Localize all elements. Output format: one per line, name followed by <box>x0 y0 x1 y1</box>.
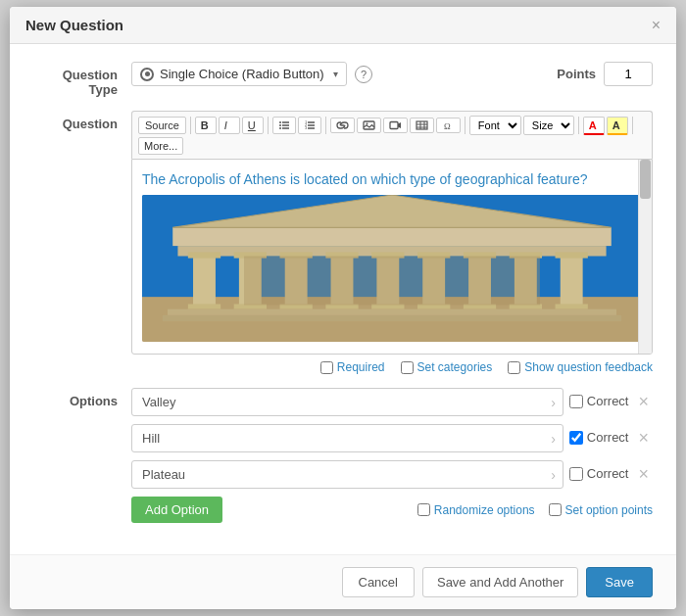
set-categories-checkbox-label[interactable]: Set categories <box>401 360 493 374</box>
toolbar-separator-4 <box>465 117 466 134</box>
toolbar-separator-1 <box>190 117 191 134</box>
link-button[interactable] <box>330 118 355 133</box>
source-button[interactable]: Source <box>138 117 186 134</box>
show-feedback-checkbox-label[interactable]: Show question feedback <box>508 360 653 374</box>
editor-toolbar: Source B I U 123 <box>131 111 653 159</box>
svg-rect-43 <box>556 304 588 308</box>
image-button[interactable] <box>357 118 381 133</box>
omega-icon: Ω <box>442 120 455 130</box>
editor-inner: The Acropolis of Athens is located on wh… <box>132 160 652 354</box>
correct-text-1: Correct <box>587 394 629 408</box>
correct-checkbox-1[interactable] <box>569 395 583 408</box>
required-checkbox-label[interactable]: Required <box>320 360 385 374</box>
options-content: › Correct × › Correct <box>131 388 653 523</box>
acropolis-svg <box>142 195 642 342</box>
cancel-button[interactable]: Cancel <box>342 567 415 597</box>
svg-rect-16 <box>416 121 427 129</box>
acropolis-image <box>142 195 642 342</box>
set-categories-checkbox[interactable] <box>401 361 414 374</box>
new-question-modal: New Question × Question Type Single Choi… <box>10 7 676 609</box>
svg-rect-53 <box>168 309 616 315</box>
question-row: Question Source B I U 123 <box>33 111 653 374</box>
toolbar-separator-6 <box>632 117 633 134</box>
options-bottom-right: Randomize options Set option points <box>417 503 653 517</box>
modal-body: Question Type Single Choice (Radio Butto… <box>10 44 676 554</box>
correct-checkbox-3[interactable] <box>569 467 583 481</box>
svg-rect-26 <box>193 257 216 308</box>
svg-point-5 <box>279 127 281 129</box>
correct-text-2: Correct <box>587 430 629 445</box>
option-arrow-icon-1: › <box>551 395 556 410</box>
font-color-button[interactable]: A <box>583 117 605 135</box>
info-icon[interactable]: ? <box>355 66 372 83</box>
show-feedback-checkbox[interactable] <box>508 361 520 374</box>
option-input-wrapper-1: › <box>131 388 564 416</box>
points-label: Points <box>557 67 596 81</box>
delete-option-1-button[interactable]: × <box>634 388 653 415</box>
option-row-2: › Correct × <box>131 424 653 452</box>
svg-rect-44 <box>188 252 220 258</box>
option-row-1: › Correct × <box>131 388 653 416</box>
set-option-points-text: Set option points <box>565 503 653 517</box>
more-button[interactable]: More... <box>138 137 183 155</box>
toolbar-separator-3 <box>325 117 326 134</box>
modal-title: New Question <box>25 17 123 33</box>
options-row: Options › Correct × <box>33 388 653 523</box>
randomize-checkbox-label[interactable]: Randomize options <box>417 503 535 517</box>
table-button[interactable] <box>410 118 434 133</box>
radio-button-icon <box>140 68 154 81</box>
option-input-wrapper-2: › <box>131 424 564 452</box>
question-type-select[interactable]: Single Choice (Radio Button) ▾ <box>131 62 347 86</box>
size-select[interactable]: Size <box>523 116 574 135</box>
add-option-button[interactable]: Add Option <box>131 497 222 523</box>
unordered-list-button[interactable] <box>272 117 296 134</box>
points-input[interactable] <box>604 62 653 86</box>
question-label: Question <box>33 111 131 131</box>
svg-rect-35 <box>188 304 220 308</box>
required-checkbox[interactable] <box>320 361 333 374</box>
svg-rect-52 <box>556 252 588 258</box>
option-arrow-icon-3: › <box>551 467 556 483</box>
set-option-points-checkbox-label[interactable]: Set option points <box>549 503 653 517</box>
svg-text:3: 3 <box>305 125 308 130</box>
bold-button[interactable]: B <box>195 117 217 134</box>
svg-rect-34 <box>561 257 583 308</box>
options-label: Options <box>33 388 131 408</box>
option-arrow-icon-2: › <box>551 431 556 447</box>
close-button[interactable]: × <box>652 18 661 33</box>
correct-label-1[interactable]: Correct <box>569 388 629 408</box>
editor-content-area[interactable]: The Acropolis of Athens is located on wh… <box>131 159 653 355</box>
save-and-add-button[interactable]: Save and Add Another <box>422 567 578 597</box>
svg-rect-24 <box>172 227 612 246</box>
question-type-row: Question Type Single Choice (Radio Butto… <box>33 62 653 97</box>
question-text: The Acropolis of Athens is located on wh… <box>142 171 642 187</box>
option-input-2[interactable] <box>131 424 564 452</box>
ordered-list-button[interactable]: 123 <box>298 117 321 134</box>
set-categories-text: Set categories <box>417 360 493 374</box>
correct-checkbox-2[interactable] <box>569 431 583 445</box>
svg-text:Ω: Ω <box>444 121 451 130</box>
delete-option-3-button[interactable]: × <box>634 460 653 488</box>
question-editor: Source B I U 123 <box>131 111 653 374</box>
font-select[interactable]: Font <box>469 116 521 135</box>
svg-rect-15 <box>390 122 398 129</box>
underline-button[interactable]: U <box>242 117 264 134</box>
option-input-1[interactable] <box>131 388 564 416</box>
video-button[interactable] <box>383 118 408 133</box>
toolbar-separator-2 <box>268 117 269 134</box>
editor-scrollbar[interactable] <box>638 160 652 354</box>
chevron-down-icon: ▾ <box>333 69 338 79</box>
modal-header: New Question × <box>10 7 676 44</box>
correct-label-3[interactable]: Correct <box>569 460 629 481</box>
toolbar-separator-5 <box>578 117 579 134</box>
correct-label-2[interactable]: Correct <box>569 424 629 445</box>
italic-button[interactable]: I <box>219 117 240 134</box>
special-char-button[interactable]: Ω <box>436 118 461 133</box>
option-input-3[interactable] <box>131 460 564 489</box>
question-type-content: Single Choice (Radio Button) ▾ ? Points <box>131 62 653 86</box>
set-option-points-checkbox[interactable] <box>549 503 562 516</box>
delete-option-2-button[interactable]: × <box>634 424 653 451</box>
save-button[interactable]: Save <box>586 567 653 597</box>
randomize-checkbox[interactable] <box>417 503 430 516</box>
bg-color-button[interactable]: A <box>607 117 628 135</box>
